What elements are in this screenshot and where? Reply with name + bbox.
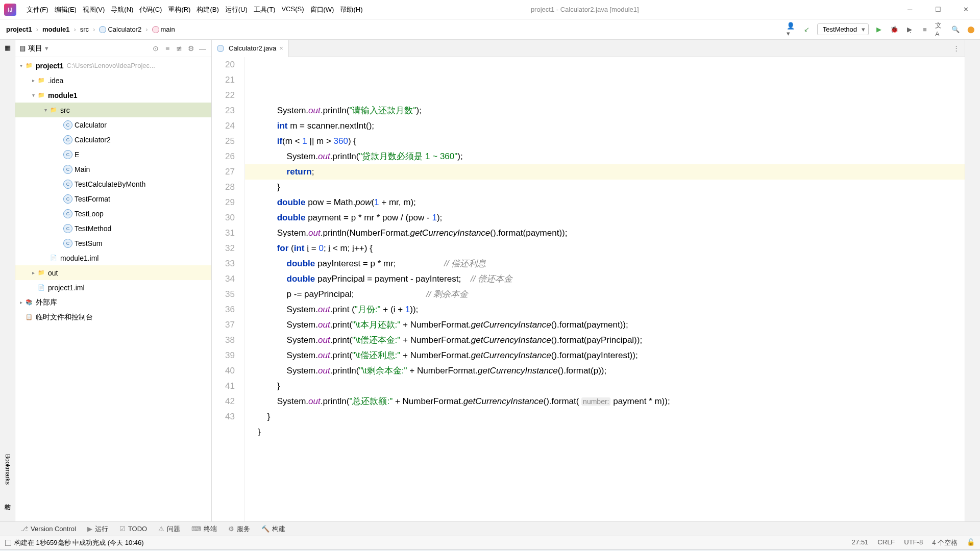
code-area[interactable]: ✔ 20212223242526272829303132333435363738… [212, 57, 965, 521]
hide-icon[interactable]: — [198, 44, 207, 53]
back-build-icon[interactable]: ↙ [802, 24, 812, 35]
tree-module[interactable]: ▾📁module1 [15, 88, 211, 103]
tree-java-file[interactable]: CTestFormat [15, 191, 211, 206]
tree-idea[interactable]: ▸📁.idea [15, 73, 211, 88]
status-encoding[interactable]: UTF-8 [904, 538, 923, 547]
breadcrumb-class[interactable]: Calculator2 [97, 24, 143, 35]
menu-item[interactable]: 帮助(H) [337, 5, 365, 14]
tree-java-file[interactable]: CTestLoop [15, 206, 211, 221]
java-class-icon [217, 45, 224, 52]
java-class-icon: C [63, 239, 72, 248]
java-class-icon: C [63, 194, 72, 204]
left-tab-structure[interactable]: 结构 [2, 497, 13, 501]
left-tab-bookmarks[interactable]: Bookmarks [3, 452, 12, 487]
menu-item[interactable]: 编辑(E) [52, 5, 80, 14]
menu-item[interactable]: 运行(U) [222, 5, 251, 14]
gear-icon[interactable]: ⚙ [186, 44, 195, 53]
tree-java-file[interactable]: CE [15, 147, 211, 162]
menu-item[interactable]: 工具(T) [251, 5, 279, 14]
tree-iml[interactable]: 📄module1.iml [15, 251, 211, 265]
bottom-tab[interactable]: ⚙服务 [228, 524, 250, 534]
tree-src[interactable]: ▾📁src [15, 103, 211, 117]
maximize-button[interactable]: ☐ [924, 0, 952, 19]
breadcrumb-src[interactable]: src [78, 24, 91, 34]
project-tree[interactable]: ▾📁 project1C:\Users\Lenovo\IdeaProjec...… [15, 57, 211, 521]
tree-scratch[interactable]: 📋临时文件和控制台 [15, 310, 211, 324]
java-class-icon: C [63, 209, 72, 218]
close-button[interactable]: ✕ [952, 0, 980, 19]
breadcrumb-module[interactable]: module1 [40, 24, 71, 34]
menu-item[interactable]: 文件(F) [23, 5, 52, 14]
status-icon[interactable] [5, 540, 11, 546]
bottom-tab[interactable]: ⚠问题 [158, 524, 180, 534]
menu-item[interactable]: 重构(R) [165, 5, 193, 14]
tree-root[interactable]: ▾📁 project1C:\Users\Lenovo\IdeaProjec... [15, 58, 211, 73]
tree-java-file[interactable]: CTestSum [15, 236, 211, 251]
close-tab-icon[interactable]: × [279, 44, 283, 52]
tree-proj-iml[interactable]: 📄project1.iml [15, 280, 211, 295]
chevron-right-icon: › [93, 26, 95, 33]
bottom-tab[interactable]: ⌨终端 [191, 524, 217, 534]
tree-ext-lib[interactable]: ▸📚外部库 [15, 295, 211, 310]
status-indent[interactable]: 4 个空格 [932, 538, 958, 547]
scratch-icon: 📋 [24, 313, 34, 322]
status-lock-icon[interactable]: 🔓 [967, 538, 975, 547]
editor-tab-active[interactable]: Calculator2.java × [212, 40, 289, 57]
chevron-right-icon: › [36, 26, 38, 33]
run-config-selector[interactable]: TestMethod [817, 23, 869, 35]
debug-button-icon[interactable]: 🐞 [889, 24, 899, 35]
java-class-icon: C [63, 135, 72, 144]
status-cursor-pos[interactable]: 27:51 [852, 538, 869, 547]
collapse-icon[interactable]: ≢ [175, 44, 184, 53]
run-button-icon[interactable]: ▶ [874, 24, 884, 35]
tree-java-file[interactable]: CMain [15, 162, 211, 177]
menu-item[interactable]: 视图(V) [80, 5, 108, 14]
coverage-icon[interactable]: ▶̣ [904, 24, 915, 35]
tree-java-file[interactable]: CCalculator [15, 117, 211, 132]
tree-java-file[interactable]: CTestMethod [15, 221, 211, 236]
translate-icon[interactable]: 文A [935, 24, 945, 35]
code-content[interactable]: System.out.println("请输入还款月数"); int m = s… [245, 57, 965, 521]
status-line-sep[interactable]: CRLF [877, 538, 895, 547]
menu-item[interactable]: 窗口(W) [307, 5, 337, 14]
left-tool-strip: ▦ 项目 Bookmarks 结构 [0, 40, 15, 521]
tree-java-file[interactable]: CTestCalculateByMonth [15, 177, 211, 191]
project-tool-icon[interactable]: ▦ [5, 44, 11, 52]
window-title: project1 - Calculator2.java [module1] [365, 6, 896, 13]
breadcrumb-method[interactable]: main [150, 24, 177, 35]
menu-item[interactable]: VCS(S) [278, 5, 307, 14]
folder-icon: 📁 [37, 268, 46, 278]
folder-icon: 📁 [37, 76, 46, 85]
update-icon[interactable]: ⬤ [966, 24, 976, 35]
expand-icon[interactable]: ≡ [163, 44, 172, 53]
bottom-tab[interactable]: ☑TODO [119, 525, 147, 533]
stop-button-icon[interactable]: ■ [920, 24, 930, 35]
java-class-icon: C [63, 180, 72, 189]
right-tool-strip[interactable] [965, 40, 980, 521]
breadcrumb-project[interactable]: project1 [4, 24, 34, 34]
chevron-right-icon: › [74, 26, 76, 33]
bottom-tab[interactable]: ⎇Version Control [20, 525, 76, 533]
folder-icon: ▤ [19, 44, 26, 52]
search-icon[interactable]: 🔍 [950, 24, 961, 35]
fold-gutter[interactable] [240, 57, 245, 521]
menu-item[interactable]: 导航(N) [108, 5, 136, 14]
window-controls: ─ ☐ ✕ [896, 0, 980, 19]
status-message: 构建在 1秒659毫秒 中成功完成 (今天 10:46) [14, 538, 144, 547]
bottom-tab[interactable]: ▶运行 [87, 524, 108, 534]
tree-java-file[interactable]: CCalculator2 [15, 132, 211, 147]
minimize-button[interactable]: ─ [896, 0, 924, 19]
dropdown-icon[interactable]: ▾ [45, 44, 48, 52]
library-icon: 📚 [24, 298, 34, 307]
tabs-menu-icon[interactable]: ⋮ [953, 44, 965, 52]
bottom-tab[interactable]: 🔨构建 [261, 524, 285, 534]
target-icon[interactable]: ⊙ [151, 44, 160, 53]
menu-item[interactable]: 构建(B) [193, 5, 222, 14]
project-panel-header: ▤ 项目 ▾ ⊙ ≡ ≢ ⚙ — [15, 40, 211, 57]
menu-item[interactable]: 代码(C) [136, 5, 165, 14]
java-class-icon: C [63, 150, 72, 159]
java-class-icon: C [63, 165, 72, 174]
folder-icon: 📁 [24, 61, 34, 70]
user-icon[interactable]: 👤▾ [787, 24, 797, 35]
tree-out[interactable]: ▸📁out [15, 265, 211, 280]
